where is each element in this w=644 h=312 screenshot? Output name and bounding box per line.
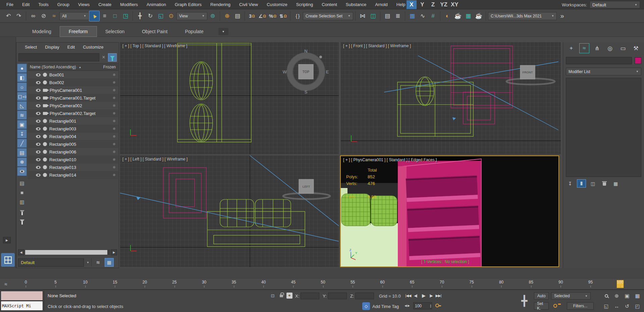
- axis-constraint-button[interactable]: YZ: [439, 0, 449, 9]
- visibility-eye-icon[interactable]: [36, 150, 41, 153]
- axis-constraint-button[interactable]: Z: [428, 0, 438, 9]
- clear-search-icon[interactable]: ×: [101, 54, 106, 60]
- material-editor-icon[interactable]: [442, 11, 452, 21]
- curve-editor-icon[interactable]: [418, 11, 428, 21]
- go-to-end-button[interactable]: ▶▶|: [435, 292, 442, 300]
- frozen-toggle-icon[interactable]: [113, 142, 116, 146]
- select-and-move-icon[interactable]: [135, 11, 145, 21]
- scene-explorer-row[interactable]: Rectangle010: [28, 156, 118, 164]
- rectangular-selection-region-icon[interactable]: [110, 11, 120, 21]
- sort-by-layer-icon[interactable]: ≋: [94, 258, 103, 267]
- object-name-field[interactable]: [566, 57, 632, 64]
- play-animation-button[interactable]: ▶: [420, 292, 427, 300]
- visibility-eye-icon[interactable]: [36, 143, 41, 146]
- select-and-rotate-icon[interactable]: [145, 11, 155, 21]
- align-icon[interactable]: [368, 11, 378, 21]
- bind-to-space-warp-icon[interactable]: [49, 11, 59, 21]
- render-setup-icon[interactable]: [453, 11, 463, 21]
- visibility-eye-icon[interactable]: [36, 81, 41, 84]
- frozen-toggle-icon[interactable]: [113, 73, 116, 77]
- frozen-toggle-icon[interactable]: [113, 150, 116, 154]
- ribbon-display-dropdown[interactable]: [218, 28, 228, 35]
- chevron-down-icon[interactable]: ▼: [87, 261, 89, 264]
- configure-modifier-sets-icon[interactable]: ▦: [611, 180, 620, 187]
- scene-explorer-row[interactable]: Rectangle001: [28, 117, 118, 125]
- frozen-toggle-icon[interactable]: [113, 88, 116, 92]
- unlink-selection-icon[interactable]: [39, 11, 49, 21]
- frozen-column-header[interactable]: Frozen: [103, 65, 116, 69]
- timeline-ruler[interactable]: 0510152025303540455055606570758085909510…: [26, 280, 620, 289]
- menu-item[interactable]: Edit: [18, 0, 34, 9]
- visibility-eye-icon[interactable]: [36, 166, 41, 169]
- scene-explorer-row[interactable]: PhysCamera002.Target: [28, 110, 118, 117]
- next-frame-button[interactable]: |▶: [428, 292, 434, 300]
- x-coordinate-field[interactable]: [301, 293, 319, 299]
- viewport-top[interactable]: [ + ] [ Top ] [ Standard ] [ Wireframe ]…: [120, 42, 339, 154]
- scene-explorer-row[interactable]: PhysCamera002: [28, 102, 118, 110]
- frozen-toggle-icon[interactable]: [113, 111, 116, 116]
- add-time-tag-label[interactable]: Add Time Tag: [372, 304, 399, 309]
- project-folder-dropdown[interactable]: C:\Users\Wil...3ds Max 2021 ▼: [488, 12, 557, 20]
- undo-icon[interactable]: [3, 11, 13, 21]
- render-production-icon[interactable]: [474, 11, 484, 21]
- scene-explorer-menu[interactable]: Select: [21, 45, 41, 50]
- menu-item[interactable]: Graph Editors: [170, 0, 206, 9]
- viewport-front-label[interactable]: [ + ] [ Front ] [ Standard ] [ Wireframe…: [343, 44, 411, 48]
- scroll-left-icon[interactable]: ◀: [18, 249, 24, 255]
- lock-cell-editing-icon[interactable]: ■: [17, 188, 27, 197]
- redo-icon[interactable]: [14, 11, 24, 21]
- axis-constraint-button[interactable]: XY: [449, 0, 460, 9]
- axis-constraint-button[interactable]: Y: [417, 0, 427, 9]
- visibility-eye-icon[interactable]: [36, 127, 41, 130]
- ribbon-tab[interactable]: Object Paint: [133, 26, 176, 37]
- scene-explorer-row[interactable]: PhysCamera001.Target: [28, 94, 118, 102]
- key-mode-dropdown[interactable]: Selected ▼: [551, 292, 591, 300]
- scene-explorer-row[interactable]: PhysCamera001: [28, 86, 118, 94]
- left-view-gizmo[interactable]: LEFT: [283, 179, 330, 199]
- workspace-dropdown[interactable]: Default ▼: [590, 1, 640, 8]
- zoom-region-icon[interactable]: ◱: [602, 302, 610, 310]
- auto-key-button[interactable]: Auto: [534, 292, 549, 300]
- set-keys-icon[interactable]: [435, 304, 439, 307]
- scroll-right-icon[interactable]: ▶: [111, 249, 117, 255]
- menu-item[interactable]: Tools: [34, 0, 53, 9]
- go-to-start-button[interactable]: |◀◀: [405, 292, 412, 300]
- frozen-toggle-icon[interactable]: [113, 173, 116, 177]
- display-groups-icon[interactable]: ▣: [17, 120, 27, 129]
- show-end-result-icon[interactable]: ‖: [577, 180, 586, 187]
- display-properties-icon[interactable]: ▤: [17, 179, 27, 188]
- configure-advanced-filter-icon[interactable]: [17, 207, 27, 216]
- absolute-mode-toggle-icon[interactable]: ⌖: [286, 293, 292, 299]
- display-hidden-icon[interactable]: [17, 167, 27, 176]
- visibility-eye-icon[interactable]: [36, 135, 41, 138]
- mirror-icon[interactable]: [358, 11, 368, 21]
- menu-item[interactable]: Create: [94, 0, 116, 9]
- set-key-button[interactable]: Set K.: [534, 302, 549, 310]
- name-column-header[interactable]: Name (Sorted Ascending): [30, 65, 76, 69]
- visibility-eye-icon[interactable]: [36, 174, 41, 177]
- display-spacewarps-icon[interactable]: ≋: [17, 111, 27, 120]
- frozen-toggle-icon[interactable]: [113, 127, 116, 131]
- scene-explorer-row[interactable]: Rectangle013: [28, 164, 118, 171]
- sync-selection-icon[interactable]: ▥: [17, 197, 27, 206]
- menu-item[interactable]: Rendering: [206, 0, 235, 9]
- scene-explorer-row[interactable]: Box002: [28, 79, 118, 86]
- filter-combinations-icon[interactable]: [17, 216, 27, 225]
- select-and-place-icon[interactable]: [166, 11, 176, 21]
- ribbon-tab[interactable]: Populate: [176, 26, 212, 37]
- display-helpers-icon[interactable]: ◺: [17, 101, 27, 110]
- scene-explorer-header[interactable]: Name (Sorted Ascending) ▲ Frozen: [28, 63, 118, 71]
- select-and-manipulate-icon[interactable]: [222, 11, 232, 21]
- scene-explorer-row[interactable]: Rectangle005: [28, 140, 118, 148]
- spinner-snap-toggle-icon[interactable]: ⇅Ω: [278, 11, 288, 21]
- viewport-front[interactable]: [ + ] [ Front ] [ Standard ] [ Wireframe…: [341, 42, 561, 154]
- menu-item[interactable]: Customize: [262, 0, 291, 9]
- visibility-eye-icon[interactable]: [36, 158, 41, 161]
- scene-explorer-search-input[interactable]: [18, 53, 99, 61]
- angle-snap-toggle-icon[interactable]: ∠Ω: [257, 11, 267, 21]
- motion-tab-icon[interactable]: ◎: [605, 44, 615, 53]
- select-by-name-icon[interactable]: [100, 11, 110, 21]
- display-cameras-icon[interactable]: ◻◅: [17, 92, 27, 101]
- menu-item[interactable]: Substance: [341, 0, 371, 9]
- frozen-toggle-icon[interactable]: [113, 96, 116, 100]
